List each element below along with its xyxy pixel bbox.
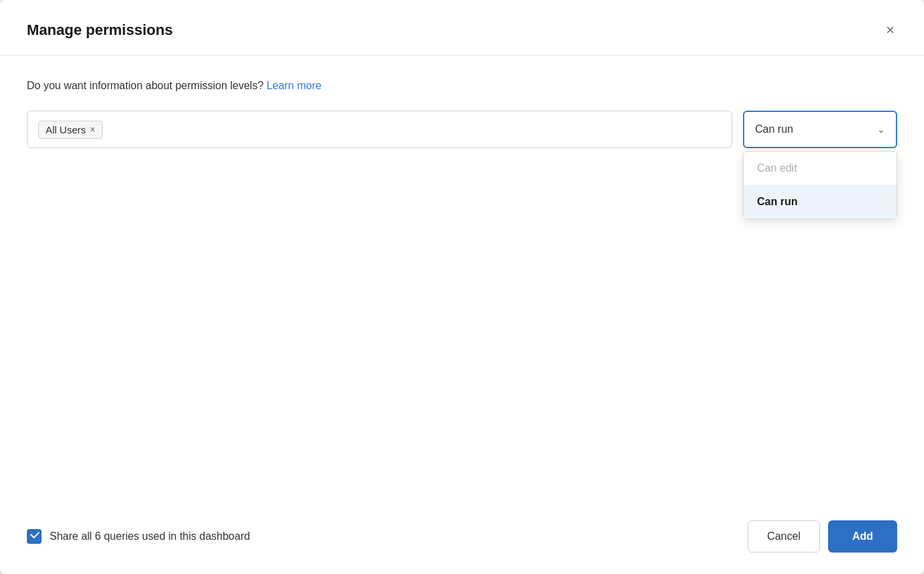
modal-body: Do you want information about permission…: [0, 56, 924, 520]
info-text: Do you want information about permission…: [27, 80, 897, 92]
permissions-row: All Users × Can run ⌄ Can edit Can run: [27, 111, 897, 148]
add-button[interactable]: Add: [828, 520, 897, 553]
modal-header: Manage permissions ×: [0, 0, 924, 56]
learn-more-link[interactable]: Learn more: [267, 80, 322, 91]
user-tag-all-users: All Users ×: [38, 121, 103, 139]
permission-select-button[interactable]: Can run ⌄: [743, 111, 897, 148]
footer-buttons: Cancel Add: [748, 520, 897, 553]
share-queries-checkbox[interactable]: [27, 529, 42, 544]
permission-selected-label: Can run: [755, 123, 793, 135]
permission-dropdown-wrapper: Can run ⌄ Can edit Can run: [743, 111, 897, 148]
share-checkbox-row: Share all 6 queries used in this dashboa…: [27, 529, 250, 544]
user-input-field[interactable]: All Users ×: [27, 111, 732, 148]
share-label: Share all 6 queries used in this dashboa…: [50, 530, 250, 542]
cancel-button[interactable]: Cancel: [748, 520, 820, 553]
dropdown-item-can-edit[interactable]: Can edit: [744, 152, 897, 185]
manage-permissions-modal: Manage permissions × Do you want informa…: [0, 0, 924, 574]
modal-footer: Share all 6 queries used in this dashboa…: [0, 520, 924, 574]
permission-dropdown-menu: Can edit Can run: [743, 151, 897, 219]
modal-title: Manage permissions: [27, 21, 173, 39]
dropdown-item-can-run[interactable]: Can run: [744, 185, 897, 219]
close-button[interactable]: ×: [883, 19, 897, 42]
chevron-down-icon: ⌄: [877, 124, 885, 135]
tag-remove-button[interactable]: ×: [90, 125, 95, 134]
